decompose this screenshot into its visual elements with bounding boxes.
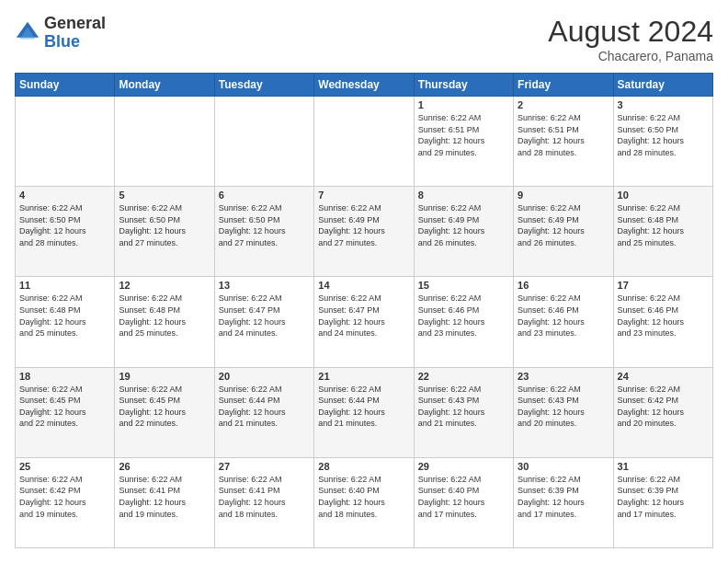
calendar-week-1: 4Sunrise: 6:22 AM Sunset: 6:50 PM Daylig…	[16, 187, 713, 277]
calendar-week-3: 18Sunrise: 6:22 AM Sunset: 6:45 PM Dayli…	[16, 367, 713, 457]
calendar-cell: 22Sunrise: 6:22 AM Sunset: 6:43 PM Dayli…	[414, 367, 513, 457]
day-info: Sunrise: 6:22 AM Sunset: 6:43 PM Dayligh…	[518, 384, 609, 430]
calendar-header-row: Sunday Monday Tuesday Wednesday Thursday…	[16, 74, 713, 97]
day-number: 8	[418, 190, 509, 201]
day-number: 18	[19, 371, 110, 382]
calendar-cell: 25Sunrise: 6:22 AM Sunset: 6:42 PM Dayli…	[16, 457, 115, 547]
day-info: Sunrise: 6:22 AM Sunset: 6:39 PM Dayligh…	[618, 474, 709, 520]
day-number: 31	[618, 461, 709, 472]
day-info: Sunrise: 6:22 AM Sunset: 6:51 PM Dayligh…	[418, 112, 509, 158]
day-info: Sunrise: 6:22 AM Sunset: 6:41 PM Dayligh…	[219, 474, 310, 520]
day-info: Sunrise: 6:22 AM Sunset: 6:50 PM Dayligh…	[618, 112, 709, 158]
day-info: Sunrise: 6:22 AM Sunset: 6:47 PM Dayligh…	[219, 293, 310, 339]
day-info: Sunrise: 6:22 AM Sunset: 6:41 PM Dayligh…	[119, 474, 210, 520]
page: General Blue August 2024 Chacarero, Pana…	[0, 0, 728, 563]
day-number: 12	[119, 280, 210, 291]
day-number: 28	[318, 461, 409, 472]
day-number: 25	[19, 461, 110, 472]
day-number: 26	[119, 461, 210, 472]
logo-text: General Blue	[44, 15, 106, 52]
day-info: Sunrise: 6:22 AM Sunset: 6:48 PM Dayligh…	[618, 202, 709, 248]
day-info: Sunrise: 6:22 AM Sunset: 6:48 PM Dayligh…	[119, 293, 210, 339]
day-number: 9	[518, 190, 609, 201]
day-info: Sunrise: 6:22 AM Sunset: 6:45 PM Dayligh…	[119, 384, 210, 430]
day-number: 2	[518, 99, 609, 110]
calendar-cell: 24Sunrise: 6:22 AM Sunset: 6:42 PM Dayli…	[613, 367, 712, 457]
calendar-cell: 1Sunrise: 6:22 AM Sunset: 6:51 PM Daylig…	[414, 97, 513, 187]
col-friday: Friday	[514, 74, 613, 97]
day-number: 7	[318, 190, 409, 201]
day-number: 13	[219, 280, 310, 291]
day-number: 23	[518, 371, 609, 382]
day-number: 17	[618, 280, 709, 291]
col-thursday: Thursday	[414, 74, 513, 97]
day-number: 21	[318, 371, 409, 382]
calendar-cell: 6Sunrise: 6:22 AM Sunset: 6:50 PM Daylig…	[214, 187, 313, 277]
day-info: Sunrise: 6:22 AM Sunset: 6:50 PM Dayligh…	[19, 202, 110, 248]
day-info: Sunrise: 6:22 AM Sunset: 6:46 PM Dayligh…	[418, 293, 509, 339]
day-info: Sunrise: 6:22 AM Sunset: 6:43 PM Dayligh…	[418, 384, 509, 430]
day-info: Sunrise: 6:22 AM Sunset: 6:42 PM Dayligh…	[19, 474, 110, 520]
logo-icon	[15, 20, 40, 46]
calendar-cell	[314, 97, 414, 187]
day-info: Sunrise: 6:22 AM Sunset: 6:48 PM Dayligh…	[19, 293, 110, 339]
col-saturday: Saturday	[613, 74, 712, 97]
calendar-cell: 16Sunrise: 6:22 AM Sunset: 6:46 PM Dayli…	[514, 277, 613, 367]
calendar-cell: 21Sunrise: 6:22 AM Sunset: 6:44 PM Dayli…	[314, 367, 414, 457]
day-info: Sunrise: 6:22 AM Sunset: 6:42 PM Dayligh…	[618, 384, 709, 430]
col-tuesday: Tuesday	[214, 74, 313, 97]
calendar-week-2: 11Sunrise: 6:22 AM Sunset: 6:48 PM Dayli…	[16, 277, 713, 367]
calendar-cell: 26Sunrise: 6:22 AM Sunset: 6:41 PM Dayli…	[115, 457, 214, 547]
col-sunday: Sunday	[16, 74, 115, 97]
day-number: 15	[418, 280, 509, 291]
calendar-cell: 9Sunrise: 6:22 AM Sunset: 6:49 PM Daylig…	[514, 187, 613, 277]
day-number: 6	[219, 190, 310, 201]
calendar-cell: 28Sunrise: 6:22 AM Sunset: 6:40 PM Dayli…	[314, 457, 414, 547]
title-block: August 2024 Chacarero, Panama	[548, 15, 713, 63]
day-number: 3	[618, 99, 709, 110]
day-info: Sunrise: 6:22 AM Sunset: 6:51 PM Dayligh…	[518, 112, 609, 158]
calendar-cell	[115, 97, 214, 187]
day-info: Sunrise: 6:22 AM Sunset: 6:49 PM Dayligh…	[418, 202, 509, 248]
calendar-cell: 19Sunrise: 6:22 AM Sunset: 6:45 PM Dayli…	[115, 367, 214, 457]
day-number: 20	[219, 371, 310, 382]
calendar-cell: 15Sunrise: 6:22 AM Sunset: 6:46 PM Dayli…	[414, 277, 513, 367]
calendar-cell	[214, 97, 313, 187]
calendar-cell: 20Sunrise: 6:22 AM Sunset: 6:44 PM Dayli…	[214, 367, 313, 457]
day-number: 27	[219, 461, 310, 472]
logo-general: General	[44, 14, 106, 32]
header: General Blue August 2024 Chacarero, Pana…	[15, 15, 713, 63]
location: Chacarero, Panama	[548, 49, 713, 63]
calendar-cell: 31Sunrise: 6:22 AM Sunset: 6:39 PM Dayli…	[613, 457, 712, 547]
day-info: Sunrise: 6:22 AM Sunset: 6:50 PM Dayligh…	[119, 202, 210, 248]
day-number: 10	[618, 190, 709, 201]
day-info: Sunrise: 6:22 AM Sunset: 6:50 PM Dayligh…	[219, 202, 310, 248]
calendar-week-4: 25Sunrise: 6:22 AM Sunset: 6:42 PM Dayli…	[16, 457, 713, 547]
day-number: 4	[19, 190, 110, 201]
day-number: 16	[518, 280, 609, 291]
calendar-cell: 23Sunrise: 6:22 AM Sunset: 6:43 PM Dayli…	[514, 367, 613, 457]
calendar-week-0: 1Sunrise: 6:22 AM Sunset: 6:51 PM Daylig…	[16, 97, 713, 187]
day-info: Sunrise: 6:22 AM Sunset: 6:40 PM Dayligh…	[318, 474, 409, 520]
calendar-cell: 4Sunrise: 6:22 AM Sunset: 6:50 PM Daylig…	[16, 187, 115, 277]
day-info: Sunrise: 6:22 AM Sunset: 6:40 PM Dayligh…	[418, 474, 509, 520]
calendar-cell: 12Sunrise: 6:22 AM Sunset: 6:48 PM Dayli…	[115, 277, 214, 367]
calendar-table: Sunday Monday Tuesday Wednesday Thursday…	[15, 73, 713, 548]
day-number: 30	[518, 461, 609, 472]
day-number: 24	[618, 371, 709, 382]
calendar-cell: 8Sunrise: 6:22 AM Sunset: 6:49 PM Daylig…	[414, 187, 513, 277]
calendar-cell: 11Sunrise: 6:22 AM Sunset: 6:48 PM Dayli…	[16, 277, 115, 367]
calendar-cell: 29Sunrise: 6:22 AM Sunset: 6:40 PM Dayli…	[414, 457, 513, 547]
day-number: 1	[418, 99, 509, 110]
calendar-cell: 14Sunrise: 6:22 AM Sunset: 6:47 PM Dayli…	[314, 277, 414, 367]
logo: General Blue	[15, 15, 106, 52]
calendar-cell: 7Sunrise: 6:22 AM Sunset: 6:49 PM Daylig…	[314, 187, 414, 277]
day-number: 14	[318, 280, 409, 291]
day-info: Sunrise: 6:22 AM Sunset: 6:44 PM Dayligh…	[219, 384, 310, 430]
day-number: 22	[418, 371, 509, 382]
col-wednesday: Wednesday	[314, 74, 414, 97]
calendar-cell: 13Sunrise: 6:22 AM Sunset: 6:47 PM Dayli…	[214, 277, 313, 367]
calendar-cell: 3Sunrise: 6:22 AM Sunset: 6:50 PM Daylig…	[613, 97, 712, 187]
day-info: Sunrise: 6:22 AM Sunset: 6:39 PM Dayligh…	[518, 474, 609, 520]
col-monday: Monday	[115, 74, 214, 97]
